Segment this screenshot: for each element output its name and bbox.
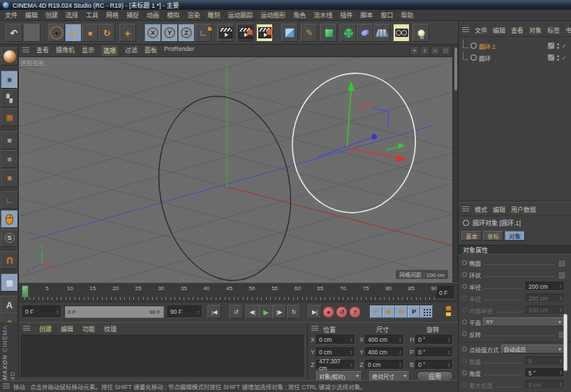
render-view-button[interactable] xyxy=(217,24,234,42)
menu-item-文件[interactable]: 文件 xyxy=(5,10,17,20)
object-menu-标签[interactable]: 标签 xyxy=(547,26,560,35)
panel-menu-icon[interactable] xyxy=(462,206,469,213)
viewport-menu-面板[interactable]: 面板 xyxy=(144,45,157,56)
add-generator-button[interactable] xyxy=(320,24,337,42)
magnet-button[interactable]: U xyxy=(1,251,18,269)
menu-item-网格[interactable]: 网格 xyxy=(106,10,119,20)
menu-item-运动跟踪[interactable]: 运动跟踪 xyxy=(228,10,253,20)
object-row[interactable]: 圆环✓ xyxy=(459,52,571,63)
keyframe-dot-icon[interactable] xyxy=(462,319,467,324)
workplane-mode-button[interactable]: ▦ xyxy=(1,108,18,126)
lock-y-axis-button[interactable]: Y xyxy=(161,24,178,42)
material-menu-纹理[interactable]: 纹理 xyxy=(104,324,117,333)
position-mode-dropdown[interactable]: 对象(相对)▼ xyxy=(316,371,362,381)
goto-end-button[interactable]: ▶| xyxy=(308,305,322,319)
play-backward-button[interactable]: ↺ xyxy=(229,305,243,319)
lock-z-axis-button[interactable]: Z xyxy=(178,24,195,42)
object-menu-文件[interactable]: 文件 xyxy=(475,26,487,35)
半径-field[interactable]: 200 cm↕ xyxy=(526,282,565,291)
keyframe-dot-icon[interactable] xyxy=(462,347,467,352)
menu-item-窗口[interactable]: 窗口 xyxy=(380,10,393,20)
size-z-field[interactable]: 0 cm↕ xyxy=(365,360,404,370)
material-menu-功能[interactable]: 功能 xyxy=(82,324,95,333)
keying-help-button[interactable]: ? xyxy=(349,306,361,318)
keyframe-selector-icon[interactable] xyxy=(445,306,452,317)
size-mode-dropdown[interactable]: 绝对尺寸▼ xyxy=(369,371,410,381)
key-parameter-button[interactable]: P xyxy=(408,306,420,318)
add-camera-button[interactable] xyxy=(393,24,410,42)
角度-field[interactable]: 5 °↕ xyxy=(526,368,565,377)
material-menu-创建[interactable]: 创建 xyxy=(39,324,52,333)
paint-setup-wizard[interactable] xyxy=(1,47,18,66)
apply-button[interactable]: 应用 xyxy=(417,371,453,381)
viewport-menu-ProRender[interactable]: ProRender xyxy=(164,45,195,56)
add-environment-button[interactable] xyxy=(373,24,390,42)
keyframe-dot-icon[interactable] xyxy=(462,296,467,301)
render-picture-viewer-button[interactable] xyxy=(237,24,253,42)
panel-menu-icon[interactable] xyxy=(311,326,318,332)
panel-menu-icon[interactable] xyxy=(462,27,469,33)
preview-range-slider[interactable]: 0 F 90 F xyxy=(64,306,164,318)
keyframe-dot-icon[interactable] xyxy=(462,370,467,375)
viewport-maximize-icon[interactable]: □ xyxy=(441,46,450,55)
move-gizmo[interactable] xyxy=(318,81,407,162)
menu-item-渲染[interactable]: 渲染 xyxy=(187,10,200,20)
menu-item-插件[interactable]: 插件 xyxy=(340,10,353,20)
lock-x-axis-button[interactable]: X xyxy=(144,24,161,42)
menu-item-编辑[interactable]: 编辑 xyxy=(25,10,38,20)
previous-frame-button[interactable]: ◀( xyxy=(246,305,260,319)
key-position-button[interactable]: + xyxy=(370,306,383,318)
椭圆-checkbox[interactable] xyxy=(558,259,565,266)
menu-item-动画[interactable]: 动画 xyxy=(147,10,159,20)
attribute-menu-编辑[interactable]: 编辑 xyxy=(493,205,505,214)
scale-tool[interactable]: ■ xyxy=(82,24,98,42)
object-menu-查看[interactable]: 查看 xyxy=(511,26,524,35)
key-rotation-button[interactable]: ↻ xyxy=(395,306,408,318)
live-selection-tool[interactable]: ► xyxy=(48,24,65,42)
keyframe-dot-icon[interactable] xyxy=(462,331,467,336)
panel-menu-icon[interactable] xyxy=(23,326,30,332)
menu-item-脚本[interactable]: 脚本 xyxy=(360,10,373,20)
workplane-lock-button[interactable]: ▦ xyxy=(1,273,18,292)
menu-item-模拟[interactable]: 模拟 xyxy=(167,10,179,20)
autokey-button[interactable]: ↺ xyxy=(336,306,348,318)
size-x-field[interactable]: 400 cm↕ xyxy=(365,335,404,345)
undo-button[interactable]: ↶ xyxy=(6,24,22,42)
record-keyframe-button[interactable]: ● xyxy=(322,306,334,318)
panel-menu-icon[interactable] xyxy=(22,47,29,54)
menu-item-雕刻[interactable]: 雕刻 xyxy=(207,10,220,20)
texture-mode-button[interactable]: ▚ xyxy=(1,89,18,107)
visibility-dots-icon[interactable] xyxy=(556,43,559,49)
环状-checkbox[interactable] xyxy=(558,271,565,278)
key-scale-button[interactable]: ■ xyxy=(383,306,395,318)
menu-item-选择[interactable]: 选择 xyxy=(66,10,78,20)
rotation-b-field[interactable]: 0 °↕ xyxy=(415,360,453,370)
viewport-menu-查看[interactable]: 查看 xyxy=(36,45,49,56)
平面-dropdown[interactable]: XY▼ xyxy=(483,317,565,326)
menu-item-捕捉[interactable]: 捕捉 xyxy=(126,10,139,20)
viewport-scrollbar[interactable] xyxy=(452,45,458,282)
attribute-scrollbar-thumb[interactable] xyxy=(563,314,568,371)
add-light-button[interactable] xyxy=(413,24,429,42)
model-mode-button[interactable]: ■ xyxy=(1,70,18,89)
loop-button[interactable]: ↻ xyxy=(287,305,301,319)
last-tool[interactable]: + xyxy=(119,24,136,42)
keyframe-dot-icon[interactable] xyxy=(462,284,467,289)
view-label[interactable]: 透视视图 xyxy=(20,59,44,67)
viewport-3d-scene[interactable]: Y X Z 透视视图 网格间距 : 100 cm xyxy=(19,57,452,282)
viewport-menu-摄像机[interactable]: 摄像机 xyxy=(56,45,75,56)
object-menu-书签[interactable]: 书签 xyxy=(565,26,571,35)
enabled-check-icon[interactable]: ✓ xyxy=(561,54,567,61)
size-y-field[interactable]: 400 cm↕ xyxy=(365,347,404,357)
object-menu-编辑[interactable]: 编辑 xyxy=(493,26,505,35)
enabled-check-icon[interactable]: ✓ xyxy=(561,43,567,50)
attribute-tab-基本[interactable]: 基本 xyxy=(461,231,482,241)
color-swatch[interactable] xyxy=(24,24,40,42)
menu-item-角色[interactable]: 角色 xyxy=(293,10,306,20)
next-frame-button[interactable]: )▶ xyxy=(272,305,286,319)
menu-item-帮助[interactable]: 帮助 xyxy=(401,10,413,20)
material-menu-编辑[interactable]: 编辑 xyxy=(61,324,73,333)
keyframe-dot-icon[interactable] xyxy=(462,359,467,363)
add-spline-button[interactable]: ✎ xyxy=(301,24,318,42)
play-button[interactable]: ▶ xyxy=(259,305,273,319)
